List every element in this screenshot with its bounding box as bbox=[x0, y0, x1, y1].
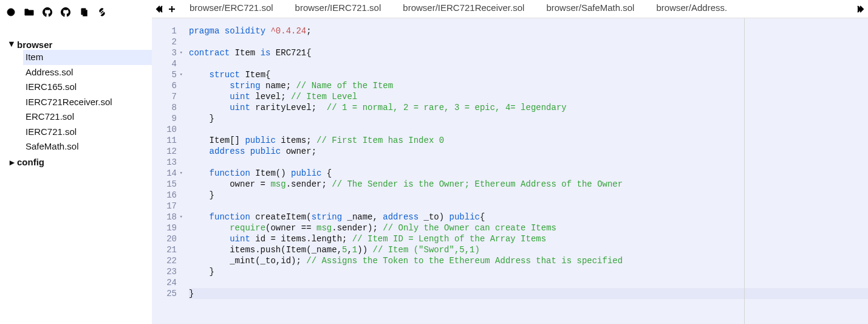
github-alt-icon[interactable] bbox=[61, 7, 70, 17]
code-line[interactable]: contract Item is ERC721{ bbox=[189, 47, 868, 58]
line-number: 13 bbox=[152, 157, 177, 168]
code-line[interactable]: } bbox=[189, 190, 868, 201]
line-number: 4 bbox=[152, 58, 177, 69]
code-line[interactable]: function createItem(string _name, addres… bbox=[189, 212, 868, 222]
line-number: 10 bbox=[152, 124, 177, 135]
code-line[interactable]: uint id = items.length; // Item ID = Len… bbox=[189, 233, 868, 244]
code-line[interactable] bbox=[189, 201, 868, 212]
code-line[interactable]: } bbox=[189, 266, 868, 277]
file-item[interactable]: IERC721Receiver.sol bbox=[23, 95, 152, 110]
new-tab-icon[interactable] bbox=[165, 0, 179, 18]
folder-browser[interactable]: ▸browser bbox=[10, 39, 152, 50]
code-line[interactable]: address public owner; bbox=[189, 146, 868, 157]
scroll-tabs-left-icon[interactable] bbox=[152, 0, 165, 18]
editor-tab[interactable]: browser/SafeMath.sol bbox=[535, 0, 645, 18]
folder-caret-icon: ▸ bbox=[10, 157, 15, 168]
line-number: 15 bbox=[152, 179, 177, 190]
code-line[interactable]: struct Item{ bbox=[189, 69, 868, 80]
code-line[interactable]: require(owner == msg.sender); // Only th… bbox=[189, 222, 868, 233]
line-number: 9 bbox=[152, 113, 177, 124]
file-item[interactable]: Item bbox=[23, 50, 152, 65]
code-line[interactable] bbox=[189, 36, 868, 47]
file-item[interactable]: IERC721.sol bbox=[23, 125, 152, 140]
code-line[interactable]: owner = msg.sender; // The Sender is the… bbox=[189, 179, 868, 190]
code-line[interactable]: Item[] public items; // First Item has I… bbox=[189, 135, 868, 146]
folder-label: browser bbox=[17, 40, 52, 50]
code-line[interactable]: } bbox=[189, 288, 868, 299]
line-number: 6 bbox=[152, 80, 177, 91]
file-item[interactable]: SafeMath.sol bbox=[23, 139, 152, 154]
app-root: ▸browserItemAddress.solIERC165.solIERC72… bbox=[0, 0, 868, 324]
line-number: 19 bbox=[152, 222, 177, 233]
line-number-gutter: 1234567891011121314151617181920212223242… bbox=[152, 18, 180, 324]
folder-config[interactable]: ▸config bbox=[10, 157, 152, 168]
code-line[interactable]: string name; // Name of the Item bbox=[189, 80, 868, 91]
editor-tab[interactable]: browser/Address. bbox=[645, 0, 738, 18]
line-number: 11 bbox=[152, 135, 177, 146]
code-line[interactable]: } bbox=[189, 113, 868, 124]
code-line[interactable]: _mint(_to,id); // Assigns the Token to t… bbox=[189, 255, 868, 266]
line-number: 24 bbox=[152, 277, 177, 288]
file-explorer-sidebar: ▸browserItemAddress.solIERC165.solIERC72… bbox=[0, 0, 152, 324]
scroll-tabs-right-icon[interactable] bbox=[855, 0, 868, 18]
code-line[interactable]: items.push(Item(_name,5,1)) // Item ("Sw… bbox=[189, 244, 868, 255]
line-number: 3 bbox=[152, 47, 177, 58]
line-number: 5 bbox=[152, 69, 177, 80]
code-line[interactable]: function Item() public { bbox=[189, 168, 868, 179]
tabs-container: browser/ERC721.solbrowser/IERC721.solbro… bbox=[179, 0, 855, 18]
editor-main: browser/ERC721.solbrowser/IERC721.solbro… bbox=[152, 0, 868, 324]
github-icon[interactable] bbox=[43, 7, 52, 17]
file-item[interactable]: ERC721.sol bbox=[23, 109, 152, 125]
editor-tab[interactable]: browser/IERC721Receiver.sol bbox=[392, 0, 535, 18]
file-tree: ▸browserItemAddress.solIERC165.solIERC72… bbox=[0, 21, 152, 169]
line-number: 1 bbox=[152, 26, 177, 36]
code-line[interactable]: uint level; // Item Level bbox=[189, 91, 868, 102]
line-number: 14 bbox=[152, 168, 177, 179]
line-number: 17 bbox=[152, 201, 177, 212]
editor-tab[interactable]: browser/ERC721.sol bbox=[179, 0, 284, 18]
line-number: 25 bbox=[152, 288, 177, 299]
link-icon[interactable] bbox=[97, 7, 107, 17]
line-number: 20 bbox=[152, 233, 177, 244]
folder-caret-icon: ▸ bbox=[7, 42, 18, 47]
code-line[interactable] bbox=[189, 58, 868, 69]
code-line[interactable] bbox=[189, 124, 868, 135]
copy-icon[interactable] bbox=[79, 7, 89, 17]
line-number: 7 bbox=[152, 91, 177, 102]
line-number: 8 bbox=[152, 102, 177, 113]
tab-bar: browser/ERC721.solbrowser/IERC721.solbro… bbox=[152, 0, 868, 18]
line-number: 16 bbox=[152, 190, 177, 201]
line-number: 12 bbox=[152, 146, 177, 157]
file-item[interactable]: IERC165.sol bbox=[23, 80, 152, 95]
code-line[interactable] bbox=[189, 157, 868, 168]
line-number: 2 bbox=[152, 36, 177, 47]
code-line[interactable]: uint rarityLevel; // 1 = normal, 2 = rar… bbox=[189, 102, 868, 113]
line-number: 23 bbox=[152, 266, 177, 277]
line-number: 21 bbox=[152, 244, 177, 255]
sidebar-toolbar bbox=[0, 0, 152, 21]
code-editor[interactable]: 1234567891011121314151617181920212223242… bbox=[152, 18, 868, 324]
code-line[interactable]: pragma solidity ^0.4.24; bbox=[189, 26, 868, 36]
folder-label: config bbox=[17, 157, 44, 167]
file-item[interactable]: Address.sol bbox=[23, 65, 152, 80]
editor-tab[interactable]: browser/IERC721.sol bbox=[284, 0, 392, 18]
code-line[interactable] bbox=[189, 277, 868, 288]
code-area[interactable]: pragma solidity ^0.4.24; contract Item i… bbox=[180, 18, 868, 324]
line-number: 18 bbox=[152, 212, 177, 222]
new-file-icon[interactable] bbox=[6, 7, 16, 17]
line-number: 22 bbox=[152, 255, 177, 266]
open-folder-icon[interactable] bbox=[24, 7, 34, 17]
